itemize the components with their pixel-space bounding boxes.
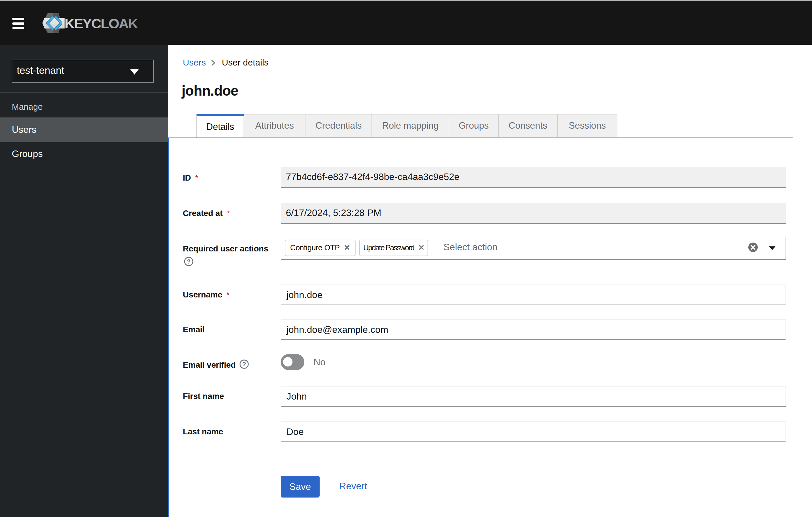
svg-text:?: ? — [242, 361, 246, 368]
svg-text:?: ? — [187, 258, 191, 265]
svg-text:KEYCLOAK: KEYCLOAK — [64, 16, 138, 31]
